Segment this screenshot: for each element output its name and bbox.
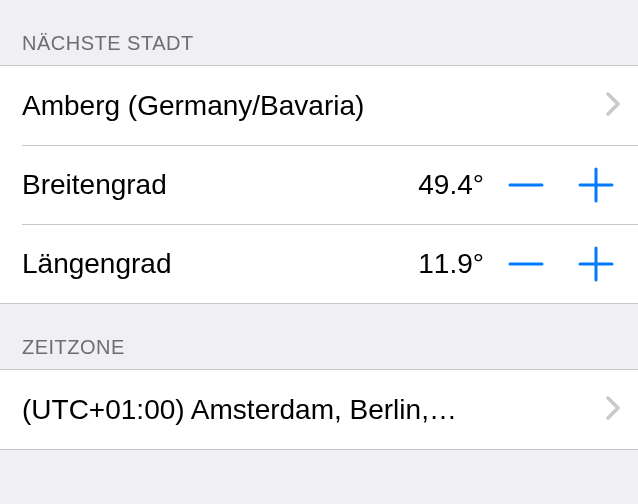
- city-label: Amberg (Germany/Bavaria): [22, 90, 606, 122]
- city-row[interactable]: Amberg (Germany/Bavaria): [0, 66, 638, 145]
- latitude-stepper: [506, 165, 620, 205]
- timezone-label: (UTC+01:00) Amsterdam, Berlin,…: [22, 394, 606, 426]
- chevron-right-icon: [606, 396, 620, 424]
- plus-icon[interactable]: [576, 244, 616, 284]
- plus-icon[interactable]: [576, 165, 616, 205]
- chevron-right-icon: [606, 92, 620, 120]
- longitude-label: Längengrad: [22, 248, 418, 280]
- minus-icon[interactable]: [506, 244, 546, 284]
- minus-icon[interactable]: [506, 165, 546, 205]
- longitude-row: Längengrad 11.9°: [0, 224, 638, 303]
- nearest-city-group: Amberg (Germany/Bavaria) Breitengrad 49.…: [0, 65, 638, 304]
- section-header-timezone: ZEITZONE: [0, 304, 638, 369]
- timezone-group: (UTC+01:00) Amsterdam, Berlin,…: [0, 369, 638, 450]
- longitude-stepper: [506, 244, 620, 284]
- section-header-nearest-city: NÄCHSTE STADT: [0, 0, 638, 65]
- timezone-row[interactable]: (UTC+01:00) Amsterdam, Berlin,…: [0, 370, 638, 449]
- latitude-label: Breitengrad: [22, 169, 418, 201]
- latitude-value: 49.4°: [418, 169, 484, 201]
- latitude-row: Breitengrad 49.4°: [0, 145, 638, 224]
- longitude-value: 11.9°: [418, 248, 484, 280]
